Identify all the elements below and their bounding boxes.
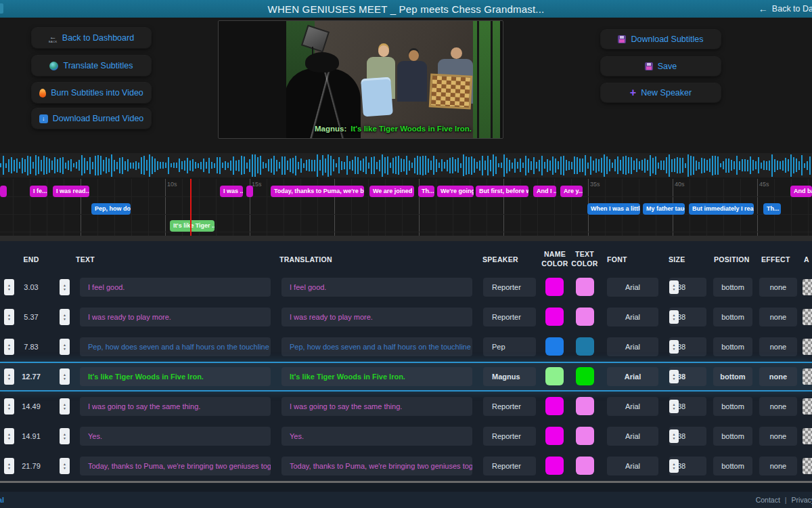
timeline-segment[interactable]: It's like Tiger ... bbox=[170, 220, 215, 232]
end-time-stepper[interactable] bbox=[60, 428, 70, 444]
background-color-swatch[interactable] bbox=[803, 309, 812, 325]
effect-select[interactable]: none bbox=[759, 397, 797, 416]
effect-select[interactable]: none bbox=[759, 427, 797, 446]
end-time-stepper[interactable] bbox=[60, 398, 70, 415]
subtitle-translation-input[interactable]: I feel good. bbox=[281, 278, 472, 297]
font-select[interactable]: Arial bbox=[607, 278, 658, 297]
subtitle-translation-input[interactable]: Today, thanks to Puma, we're bringing tw… bbox=[281, 457, 472, 475]
size-input[interactable]: 38 bbox=[669, 457, 706, 475]
size-stepper[interactable] bbox=[669, 429, 679, 443]
timeline-segment[interactable]: We're going ... bbox=[437, 186, 474, 197]
font-select[interactable]: Arial bbox=[607, 367, 658, 386]
subtitle-text-input[interactable]: I was going to say the same thing. bbox=[80, 397, 271, 416]
position-select[interactable]: bottom bbox=[713, 457, 752, 475]
timeline-segment[interactable]: We are joined b... bbox=[369, 186, 414, 197]
position-select[interactable]: bottom bbox=[713, 337, 752, 356]
end-time-stepper[interactable] bbox=[60, 458, 70, 474]
end-time-stepper[interactable] bbox=[60, 368, 70, 385]
size-stepper[interactable] bbox=[669, 280, 679, 294]
burn-subtitles-button[interactable]: Burn Subtitles into Video bbox=[32, 83, 151, 103]
size-stepper[interactable] bbox=[669, 340, 679, 354]
name-color-swatch[interactable] bbox=[545, 397, 564, 415]
timeline-scrollbar[interactable] bbox=[0, 236, 812, 241]
speaker-select[interactable]: Reporter bbox=[483, 397, 536, 416]
subtitle-text-input[interactable]: I feel good. bbox=[80, 278, 271, 297]
speaker-select[interactable]: Pep bbox=[483, 337, 536, 356]
background-color-swatch[interactable] bbox=[803, 368, 812, 385]
effect-select[interactable]: none bbox=[759, 337, 797, 356]
subtitle-text-input[interactable]: It's like Tiger Woods in Five Iron. bbox=[80, 367, 271, 386]
contact-link[interactable]: Contact bbox=[756, 496, 780, 504]
timeline-segment[interactable]: But first, before we... bbox=[476, 186, 528, 197]
timeline-segment[interactable]: And ba... bbox=[790, 186, 812, 197]
font-select[interactable]: Arial bbox=[607, 457, 658, 475]
name-color-swatch[interactable] bbox=[545, 308, 564, 326]
subtitle-translation-input[interactable]: It's like Tiger Woods in Five Iron. bbox=[281, 367, 472, 386]
subtitle-text-input[interactable]: I was ready to play more. bbox=[80, 308, 271, 326]
size-input[interactable]: 38 bbox=[669, 337, 706, 356]
size-input[interactable]: 38 bbox=[669, 367, 706, 386]
position-select[interactable]: bottom bbox=[713, 278, 752, 297]
start-time-stepper[interactable] bbox=[4, 339, 14, 355]
subtitle-text-input[interactable]: Yes. bbox=[80, 427, 271, 446]
name-color-swatch[interactable] bbox=[545, 427, 564, 445]
start-time-stepper[interactable] bbox=[4, 398, 14, 415]
timeline-segment[interactable]: Are y... bbox=[560, 186, 583, 197]
end-time-stepper[interactable] bbox=[60, 279, 70, 295]
position-select[interactable]: bottom bbox=[713, 397, 752, 416]
start-time-stepper[interactable] bbox=[4, 458, 14, 474]
size-stepper[interactable] bbox=[669, 310, 679, 324]
effect-select[interactable]: none bbox=[759, 278, 797, 297]
speaker-select[interactable]: Reporter bbox=[483, 457, 536, 475]
speaker-select[interactable]: Magnus bbox=[483, 367, 536, 386]
timeline-segment[interactable] bbox=[246, 186, 253, 197]
timeline-segment[interactable]: But immediately I realize... bbox=[689, 203, 754, 215]
size-stepper[interactable] bbox=[669, 370, 679, 383]
timeline-segment[interactable] bbox=[0, 186, 7, 197]
privacy-link[interactable]: Privacy bbox=[792, 496, 812, 504]
subtitle-text-input[interactable]: Pep, how does seven and a half hours on … bbox=[80, 337, 271, 356]
timeline-segment[interactable]: I was read... bbox=[53, 186, 89, 197]
timeline-segment[interactable]: My father taug... bbox=[643, 203, 685, 215]
subtitle-translation-input[interactable]: I was ready to play more. bbox=[281, 308, 472, 326]
save-button[interactable]: Save bbox=[601, 57, 721, 76]
text-color-swatch[interactable] bbox=[576, 367, 594, 385]
font-select[interactable]: Arial bbox=[607, 397, 658, 416]
size-stepper[interactable] bbox=[669, 459, 679, 473]
size-input[interactable]: 38 bbox=[669, 397, 706, 416]
size-input[interactable]: 38 bbox=[669, 278, 706, 297]
subtitle-translation-input[interactable]: I was going to say the same thing. bbox=[281, 397, 472, 416]
start-time-stepper[interactable] bbox=[4, 428, 14, 444]
speaker-select[interactable]: Reporter bbox=[483, 278, 536, 297]
download-subtitles-button[interactable]: Download Subtitles bbox=[601, 30, 721, 49]
background-color-swatch[interactable] bbox=[803, 398, 812, 415]
background-color-swatch[interactable] bbox=[803, 339, 812, 355]
start-time-stepper[interactable] bbox=[4, 368, 14, 385]
new-speaker-button[interactable]: New Speaker bbox=[601, 83, 721, 102]
text-color-swatch[interactable] bbox=[576, 308, 594, 326]
size-stepper[interactable] bbox=[669, 400, 679, 413]
text-color-swatch[interactable] bbox=[576, 457, 594, 475]
end-time-stepper[interactable] bbox=[60, 309, 70, 325]
timeline-segment[interactable]: Pep, how do... bbox=[91, 203, 131, 215]
timeline-segment[interactable]: Th... bbox=[763, 203, 781, 215]
position-select[interactable]: bottom bbox=[713, 367, 752, 386]
effect-select[interactable]: none bbox=[759, 308, 797, 326]
timeline-segment[interactable]: I was ... bbox=[220, 186, 243, 197]
effect-select[interactable]: none bbox=[759, 367, 797, 386]
video-player[interactable]: Magnus:It's like Tiger Woods in Five Iro… bbox=[286, 21, 500, 138]
name-color-swatch[interactable] bbox=[545, 457, 564, 475]
timeline-segment[interactable]: When I was a little ... bbox=[587, 203, 640, 215]
name-color-swatch[interactable] bbox=[545, 337, 564, 356]
name-color-swatch[interactable] bbox=[545, 367, 564, 385]
subtitle-translation-input[interactable]: Yes. bbox=[281, 427, 472, 446]
size-input[interactable]: 38 bbox=[669, 308, 706, 326]
text-color-swatch[interactable] bbox=[576, 397, 594, 415]
background-color-swatch[interactable] bbox=[803, 458, 812, 474]
download-burned-video-button[interactable]: Download Burned Video bbox=[32, 108, 151, 129]
position-select[interactable]: bottom bbox=[713, 308, 752, 326]
font-select[interactable]: Arial bbox=[607, 308, 658, 326]
playhead[interactable] bbox=[190, 179, 191, 236]
translate-subtitles-button[interactable]: Translate Subtitles bbox=[32, 56, 151, 76]
timeline-segment[interactable]: I fe... bbox=[30, 186, 47, 197]
